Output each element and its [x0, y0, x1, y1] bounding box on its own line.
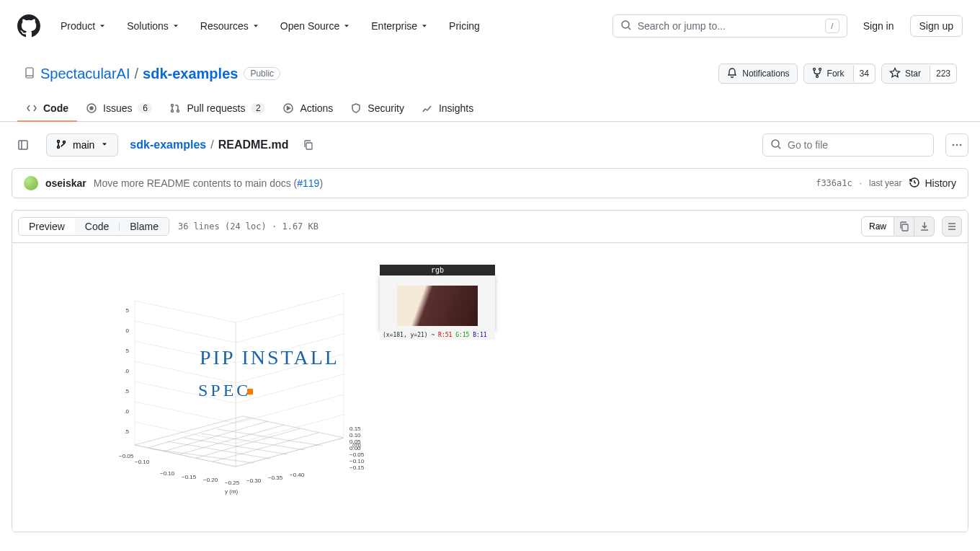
file-toolbar: Preview Code Blame 36 lines (24 loc) · 1…	[12, 211, 968, 243]
copy-path-button[interactable]	[300, 136, 317, 154]
star-button[interactable]: Star 223	[881, 63, 957, 84]
tab-issues[interactable]: Issues6	[77, 95, 161, 121]
svg-text:−0.10: −0.10	[160, 470, 175, 477]
svg-text:−0.40: −0.40	[290, 472, 305, 478]
rgb-window-title: rgb	[380, 265, 495, 276]
svg-point-5	[90, 107, 93, 110]
tab-insights[interactable]: Insights	[413, 95, 482, 121]
commit-hash[interactable]: f336a1c	[816, 178, 852, 188]
slash-shortcut: /	[825, 19, 839, 33]
readme-hero-image[interactable]: 5 0 5 .0 .5 .0 .5 −0.10 −0.05 −0.10 −0.1…	[99, 265, 881, 510]
nav-resources[interactable]: Resources	[192, 14, 269, 38]
pulls-count: 2	[251, 103, 265, 113]
nav-enterprise[interactable]: Enterprise	[362, 14, 437, 38]
rgb-status-bar: (x=181, y=21) ~ R:51 G:15 B:11	[380, 330, 495, 340]
issues-icon	[86, 102, 97, 114]
svg-point-11	[58, 140, 60, 142]
svg-text:0: 0	[126, 327, 130, 334]
chevron-down-icon	[172, 22, 180, 30]
download-button[interactable]	[914, 216, 935, 237]
svg-text:0.10: 0.10	[349, 432, 361, 438]
history-link[interactable]: History	[909, 177, 956, 190]
svg-point-7	[172, 110, 174, 113]
copy-button[interactable]	[894, 216, 914, 237]
svg-text:−0.35: −0.35	[268, 475, 283, 481]
chevron-down-icon	[100, 139, 109, 151]
svg-text:−0.10: −0.10	[349, 458, 365, 464]
rgb-preview-panel: rgb (x=181, y=21) ~ R:51 G:15 B:11	[380, 265, 495, 340]
sign-in-link[interactable]: Sign in	[856, 16, 901, 36]
fork-count: 34	[853, 66, 875, 81]
svg-text:(m): (m)	[352, 441, 361, 448]
tab-code[interactable]: Code	[17, 95, 77, 121]
svg-text:.5: .5	[124, 428, 129, 435]
repo-owner-link[interactable]: SpectacularAI	[40, 66, 130, 82]
latest-commit-bar: oseiskar Move more README contents to ma…	[12, 168, 968, 198]
pr-link[interactable]: #119	[297, 177, 319, 189]
tab-pulls[interactable]: Pull requests2	[161, 95, 274, 121]
svg-text:.0: .0	[124, 408, 129, 415]
commit-time: last year	[869, 178, 901, 188]
tab-blame[interactable]: Blame	[120, 218, 169, 235]
raw-button[interactable]: Raw	[861, 216, 894, 237]
nav-solutions[interactable]: Solutions	[118, 14, 189, 38]
chevron-down-icon	[251, 22, 260, 30]
svg-text:−0.05: −0.05	[349, 451, 365, 458]
tab-actions[interactable]: Actions	[274, 95, 342, 121]
code-icon	[26, 102, 37, 114]
fork-button[interactable]: Fork 34	[803, 63, 876, 84]
svg-text:5: 5	[126, 307, 130, 314]
svg-text:SPEC: SPEC	[198, 381, 251, 400]
sidebar-toggle[interactable]	[12, 133, 35, 157]
breadcrumb-current: README.md	[218, 138, 289, 151]
issues-count: 6	[138, 103, 152, 113]
svg-point-18	[960, 144, 962, 146]
commit-message[interactable]: Move more README contents to main docs (…	[94, 177, 323, 189]
nav-pricing[interactable]: Pricing	[440, 14, 489, 38]
svg-text:y (m): y (m)	[225, 488, 239, 495]
commit-author[interactable]: oseiskar	[45, 177, 86, 189]
svg-point-1	[813, 68, 815, 70]
breadcrumb: sdk-examples / README.md	[130, 138, 288, 151]
tab-security[interactable]: Security	[342, 95, 413, 121]
goto-file-field[interactable]	[788, 139, 926, 151]
play-icon	[282, 102, 294, 114]
graph-icon	[422, 102, 433, 114]
sign-up-link[interactable]: Sign up	[910, 15, 963, 37]
pull-request-icon	[169, 102, 181, 114]
global-search[interactable]: Search or jump to... /	[612, 14, 847, 38]
avatar[interactable]	[24, 176, 38, 190]
svg-point-2	[819, 68, 821, 70]
repo-path: SpectacularAI / sdk-examples	[40, 66, 238, 82]
svg-text:−0.20: −0.20	[203, 477, 218, 483]
global-nav: Product Solutions Resources Open Source …	[52, 14, 489, 38]
svg-text:−0.30: −0.30	[246, 477, 262, 484]
chevron-down-icon	[98, 22, 107, 30]
branch-select[interactable]: main	[46, 133, 118, 157]
svg-rect-47	[247, 389, 253, 394]
file-info: 36 lines (24 loc) · 1.67 KB	[178, 221, 318, 232]
breadcrumb-root[interactable]: sdk-examples	[130, 138, 206, 151]
svg-text:−0.15: −0.15	[349, 464, 365, 471]
svg-text:.0: .0	[124, 368, 129, 374]
svg-text:−0.05: −0.05	[119, 453, 134, 459]
github-logo-icon[interactable]	[17, 14, 40, 38]
chevron-down-icon	[420, 22, 429, 30]
outline-button[interactable]	[942, 216, 962, 237]
tab-preview[interactable]: Preview	[19, 218, 75, 235]
svg-text:−0.25: −0.25	[225, 480, 240, 486]
notifications-button[interactable]: Notifications	[718, 63, 797, 84]
svg-point-17	[956, 144, 958, 146]
repo-name-link[interactable]: sdk-examples	[143, 66, 238, 82]
search-placeholder: Search or jump to...	[638, 20, 825, 32]
tab-code-view[interactable]: Code	[75, 218, 119, 235]
search-icon	[770, 138, 782, 152]
nav-opensource[interactable]: Open Source	[272, 14, 360, 38]
svg-text:.5: .5	[124, 388, 129, 394]
nav-product[interactable]: Product	[52, 14, 115, 38]
svg-point-12	[58, 146, 60, 148]
svg-text:−0.15: −0.15	[182, 474, 197, 480]
global-header: Product Solutions Resources Open Source …	[0, 0, 980, 52]
goto-file-input[interactable]	[762, 133, 934, 157]
more-options-button[interactable]	[945, 133, 968, 157]
